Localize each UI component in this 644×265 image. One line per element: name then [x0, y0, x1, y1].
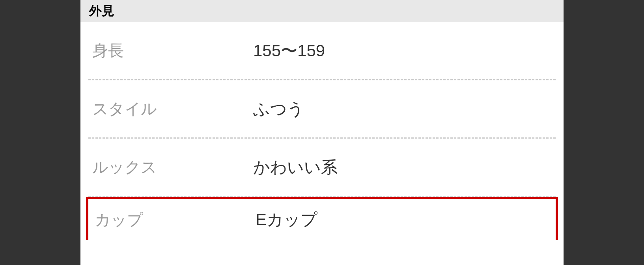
- row-label: スタイル: [92, 98, 253, 120]
- row-label: ルックス: [92, 156, 253, 178]
- profile-row-looks[interactable]: ルックス かわいい系: [88, 139, 556, 197]
- row-value: かわいい系: [253, 156, 338, 178]
- profile-row-height[interactable]: 身長 155〜159: [88, 22, 556, 80]
- row-value: 155〜159: [253, 40, 325, 62]
- row-value: ふつう: [253, 98, 304, 120]
- row-label: カップ: [95, 209, 256, 231]
- section-title: 外見: [80, 0, 564, 22]
- row-label: 身長: [92, 40, 253, 61]
- rows-container: 身長 155〜159 スタイル ふつう ルックス かわいい系 カップ Eカップ: [80, 22, 564, 240]
- profile-row-style[interactable]: スタイル ふつう: [88, 80, 556, 139]
- row-value: Eカップ: [256, 209, 317, 231]
- profile-row-cup-highlighted[interactable]: カップ Eカップ: [86, 197, 558, 240]
- profile-section: 外見 身長 155〜159 スタイル ふつう ルックス かわいい系 カップ Eカ…: [80, 0, 564, 265]
